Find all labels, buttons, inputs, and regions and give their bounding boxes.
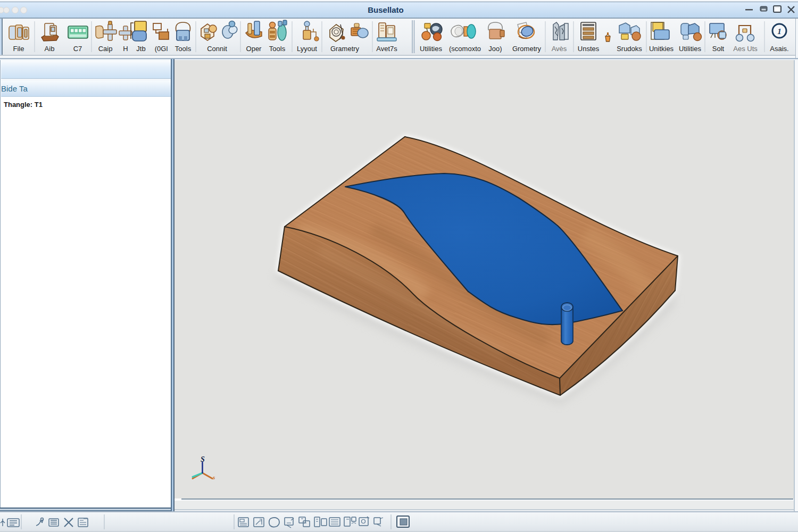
svg-text:Oper: Oper — [246, 45, 262, 53]
svg-text:H: H — [123, 45, 128, 53]
svg-text:Srudoks: Srudoks — [617, 45, 642, 53]
svg-text:Jtb: Jtb — [136, 45, 145, 53]
svg-text:s: s — [212, 474, 215, 480]
svg-text:Unitkies: Unitkies — [649, 45, 674, 53]
svg-text:Avès: Avès — [552, 45, 567, 53]
svg-text:Tools: Tools — [269, 45, 286, 53]
svg-text:Solt: Solt — [712, 45, 725, 53]
svg-text:1: 1 — [777, 27, 782, 36]
svg-text:Utilities: Utilities — [679, 45, 701, 53]
svg-text:Joo): Joo) — [488, 45, 502, 53]
svg-text:Connit: Connit — [207, 45, 227, 53]
svg-text:Caip: Caip — [98, 45, 113, 53]
svg-text:C7: C7 — [73, 45, 82, 53]
svg-text:S: S — [201, 455, 205, 463]
svg-text:Aes Uts: Aes Uts — [733, 45, 758, 53]
svg-text:Aib: Aib — [45, 45, 55, 53]
svg-text:Asais.: Asais. — [770, 45, 788, 53]
svg-text:(0Gl: (0Gl — [155, 45, 168, 53]
svg-text:Lyyout: Lyyout — [297, 45, 317, 53]
svg-text:Grometry: Grometry — [512, 45, 542, 53]
svg-text:Avet7s: Avet7s — [376, 45, 397, 53]
svg-text:Grametry: Grametry — [330, 45, 360, 53]
svg-text:Utilities: Utilities — [420, 45, 442, 53]
svg-text:File: File — [13, 45, 24, 53]
svg-text:(scomoxto: (scomoxto — [449, 45, 481, 53]
svg-text:Tools: Tools — [175, 45, 192, 53]
svg-text:Unstes: Unstes — [578, 45, 600, 53]
